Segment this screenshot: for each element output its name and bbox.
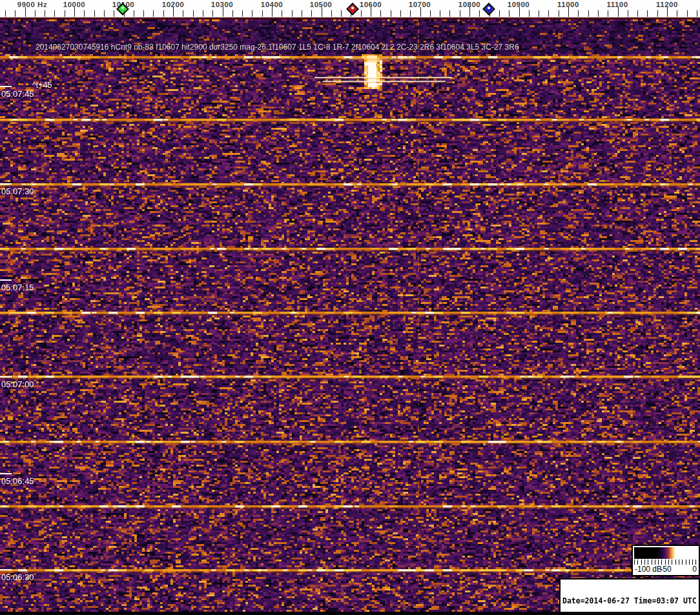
ruler-tick <box>45 10 45 17</box>
ruler-tick <box>440 10 440 17</box>
colorbar-label-min: -100 dB <box>635 565 662 574</box>
ruler-tick <box>400 10 401 17</box>
ruler-tick <box>371 7 371 17</box>
ruler-tick <box>449 10 450 17</box>
ruler-tick <box>74 7 75 17</box>
ruler-frequency-label: 10500 <box>310 1 332 8</box>
ruler-tick <box>391 10 391 17</box>
ruler-tick <box>608 10 608 17</box>
time-label: 05:07:30 <box>1 187 34 196</box>
ruler-tick <box>84 10 85 17</box>
ruler-tick <box>143 10 144 17</box>
frequency-ruler: 9900 Hz100001010010200103001040010500106… <box>0 0 700 17</box>
ruler-tick <box>104 10 105 17</box>
ruler-tick <box>292 10 293 17</box>
ruler-tick <box>499 10 500 17</box>
ruler-tick <box>618 7 619 17</box>
ruler-tick <box>628 10 628 17</box>
colorbar-label-mid: -50 <box>660 565 671 574</box>
ruler-tick <box>272 7 273 17</box>
ruler-tick <box>223 7 223 17</box>
time-tick <box>0 569 12 570</box>
ruler-tick <box>677 10 677 17</box>
ruler-tick <box>94 10 95 17</box>
time-label: 05:07:00 <box>1 379 34 389</box>
time-tick <box>0 473 12 474</box>
ruler-tick <box>559 10 559 17</box>
ruler-tick <box>430 10 431 17</box>
ruler-tick <box>380 10 381 17</box>
ruler-tick <box>529 10 530 17</box>
ruler-frequency-label: 10200 <box>162 1 184 8</box>
event-annotation: 20140627030745916 hCnt9 nb-83 f10607 hit… <box>36 43 519 52</box>
ruler-tick <box>509 10 510 17</box>
time-tick <box>0 86 12 87</box>
ruler-frequency-label: 10400 <box>261 1 283 8</box>
ruler-tick <box>469 7 470 17</box>
ruler-tick <box>311 10 312 17</box>
ruler-frequency-label: 10700 <box>409 1 431 8</box>
ruler-tick <box>183 10 183 17</box>
ruler-tick <box>647 10 648 17</box>
time-tick <box>0 279 12 281</box>
ruler-tick <box>262 10 263 17</box>
ruler-tick <box>252 10 252 17</box>
time-label: 05:06:45 <box>1 476 34 486</box>
ruler-tick <box>361 10 362 17</box>
ruler-frequency-label: 10300 <box>211 1 233 8</box>
ruler-tick <box>588 10 589 17</box>
ruler-tick <box>539 10 539 17</box>
ruler-tick <box>173 7 174 17</box>
ruler-tick <box>657 10 658 17</box>
observation-info-box: Date=2014-06-27 Time=03:07 UTC Freq=143 … <box>559 578 700 613</box>
ruler-tick <box>212 10 213 17</box>
ruler-frequency-label: 10800 <box>458 1 480 8</box>
ruler-tick <box>163 10 164 17</box>
meteor-spectrogram-window: 9900 Hz100001010010200103001040010500106… <box>0 0 700 615</box>
ruler-frequency-label: 11000 <box>557 1 579 8</box>
time-label: 05:07:15 <box>1 283 34 292</box>
ruler-tick <box>687 10 688 17</box>
ruler-tick <box>25 7 26 17</box>
ruler-tick <box>667 7 668 17</box>
ruler-tick <box>134 10 134 17</box>
ruler-tick <box>282 10 282 17</box>
ruler-tick <box>302 10 302 17</box>
ruler-tick <box>578 10 579 17</box>
ruler-tick <box>242 10 243 17</box>
ruler-tick <box>114 10 114 17</box>
time-label: 05:06:30 <box>1 572 34 582</box>
ruler-tick <box>331 10 332 17</box>
blue-marker-diamond-icon[interactable] <box>482 3 495 15</box>
ruler-tick <box>5 10 6 17</box>
ruler-frequency-label: 9900 Hz <box>17 1 47 8</box>
ruler-frequency-label: 10000 <box>63 1 85 8</box>
ruler-tick <box>193 10 194 17</box>
ruler-tick <box>460 10 460 17</box>
db-colorbar: -100 dB -50 0 <box>632 545 700 576</box>
ruler-frequency-label: 10900 <box>508 1 530 8</box>
ruler-tick <box>341 10 342 17</box>
colorbar-ticks <box>634 560 697 565</box>
red-marker-diamond-icon[interactable] <box>346 3 359 15</box>
colorbar-gradient <box>634 547 697 559</box>
ruler-tick <box>568 7 569 17</box>
time-label: 05:07:45 <box>1 89 34 99</box>
ruler-tick <box>65 10 65 17</box>
ruler-tick <box>203 10 203 17</box>
ruler-tick <box>420 7 421 17</box>
ruler-frequency-label: 11200 <box>656 1 678 8</box>
time-tick <box>0 376 12 378</box>
ruler-tick <box>54 10 55 17</box>
ruler-tick <box>35 10 36 17</box>
spectrogram-canvas <box>0 17 700 615</box>
ruler-tick <box>697 10 697 17</box>
ruler-tick <box>322 7 322 17</box>
colorbar-labels: -100 dB -50 0 <box>635 565 697 574</box>
info-date-line: Date=2014-06-27 Time=03:07 UTC <box>562 597 699 605</box>
ruler-tick <box>637 10 638 17</box>
ruler-tick <box>15 10 15 17</box>
ruler-tick <box>548 10 549 17</box>
cursor-time-label: ^t+45 <box>32 81 52 90</box>
time-tick <box>0 183 12 185</box>
